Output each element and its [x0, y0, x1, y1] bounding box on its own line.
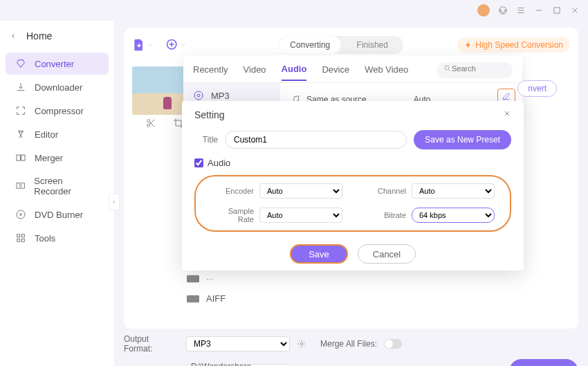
- svg-rect-12: [17, 235, 20, 237]
- svg-rect-26: [187, 295, 199, 302]
- audio-label: Audio: [208, 158, 230, 168]
- search-icon: [443, 64, 452, 73]
- sidebar-item-label: Compressor: [35, 106, 84, 116]
- file-location-row: File Location: D:\Wondershare UniConvert…: [124, 359, 578, 366]
- editor-icon: [15, 129, 26, 140]
- sidebar-item-label: Converter: [35, 59, 74, 69]
- svg-rect-14: [17, 239, 20, 241]
- output-format-label: Output Format:: [124, 334, 179, 354]
- svg-point-11: [20, 214, 22, 216]
- output-format-row: Output Format: MP3 Merge All Files:: [124, 334, 578, 354]
- support-icon[interactable]: [498, 6, 508, 15]
- encoder-label: Encoder: [211, 187, 254, 195]
- add-url-button[interactable]: [165, 38, 186, 52]
- converter-icon: [15, 58, 26, 69]
- chevron-left-icon: [10, 33, 17, 39]
- svg-point-1: [499, 10, 501, 11]
- svg-point-9: [19, 184, 22, 187]
- compress-icon: [15, 105, 26, 116]
- svg-rect-6: [17, 155, 20, 161]
- merger-icon: [15, 152, 26, 163]
- aac-icon: [187, 274, 199, 284]
- title-input[interactable]: [225, 131, 407, 149]
- merge-toggle[interactable]: [384, 339, 402, 349]
- encoder-select[interactable]: Auto: [259, 183, 342, 199]
- search-input[interactable]: [452, 64, 500, 73]
- svg-point-4: [19, 131, 21, 133]
- output-format-select[interactable]: MP3: [186, 336, 290, 351]
- close-dialog-icon[interactable]: [503, 109, 511, 118]
- format-search[interactable]: [437, 62, 513, 78]
- aiff-icon: [187, 294, 199, 304]
- svg-rect-8: [17, 183, 24, 189]
- svg-point-21: [194, 91, 203, 100]
- samplerate-label: Sample Rate: [211, 207, 254, 223]
- sidebar-item-label: Tools: [35, 233, 55, 244]
- svg-point-2: [504, 10, 506, 11]
- high-speed-badge[interactable]: High Speed Conversion: [457, 37, 570, 53]
- samplerate-select[interactable]: Auto: [259, 208, 342, 223]
- svg-point-5: [21, 131, 24, 133]
- maximize-icon[interactable]: [552, 6, 562, 15]
- sidebar-item-label: DVD Burner: [35, 210, 83, 220]
- trim-icon[interactable]: [145, 118, 156, 129]
- fp-tab-device[interactable]: Device: [322, 64, 349, 80]
- setting-dialog: Setting Title Save as New Preset Audio E…: [182, 101, 524, 271]
- sidebar-item-editor[interactable]: Editor: [6, 123, 109, 145]
- fp-tab-video[interactable]: Video: [244, 64, 266, 80]
- tab-converting[interactable]: Converting: [279, 36, 341, 54]
- back-home[interactable]: Home: [0, 25, 114, 51]
- convert-button-partial[interactable]: nvert: [517, 80, 557, 97]
- svg-point-22: [197, 94, 200, 97]
- channel-label: Channel: [363, 187, 406, 195]
- start-all-button[interactable]: Start All: [509, 359, 578, 366]
- fp-tab-audio[interactable]: Audio: [282, 64, 307, 81]
- fp-tab-recently[interactable]: Recently: [193, 64, 228, 80]
- sidebar-item-merger[interactable]: Merger: [6, 147, 109, 169]
- sidebar-item-label: Editor: [35, 129, 58, 140]
- menu-icon[interactable]: [516, 6, 526, 15]
- svg-rect-7: [21, 155, 25, 161]
- download-icon: [15, 82, 26, 93]
- edit-icon: [502, 91, 511, 101]
- home-label: Home: [26, 30, 52, 42]
- settings-icon[interactable]: [297, 339, 306, 349]
- audio-settings-group: Encoder Auto Channel Auto Sample Rate Au…: [194, 175, 511, 232]
- svg-point-20: [445, 66, 449, 70]
- svg-rect-15: [21, 239, 24, 241]
- title-label: Title: [194, 135, 218, 145]
- sidebar-item-converter[interactable]: Converter: [6, 53, 109, 75]
- bolt-icon: [464, 41, 472, 49]
- dialog-title: Setting: [194, 109, 225, 120]
- save-preset-button[interactable]: Save as New Preset: [414, 130, 511, 149]
- bitrate-select[interactable]: 64 kbps: [412, 208, 495, 223]
- minimize-icon[interactable]: [534, 6, 544, 15]
- sidebar-item-tools[interactable]: Tools: [6, 227, 109, 249]
- disc-icon: [15, 209, 26, 220]
- sidebar-item-compressor[interactable]: Compressor: [6, 100, 109, 122]
- tab-finished[interactable]: Finished: [341, 36, 403, 54]
- svg-rect-25: [187, 275, 199, 282]
- sidebar-item-label: Downloader: [35, 82, 82, 93]
- svg-point-17: [300, 342, 303, 345]
- format-aiff[interactable]: AIFF: [187, 293, 226, 304]
- channel-select[interactable]: Auto: [412, 183, 495, 199]
- sidebar-item-screen-recorder[interactable]: Screen Recorder: [6, 170, 109, 202]
- add-url-icon: [165, 38, 179, 52]
- avatar[interactable]: [477, 4, 490, 17]
- sidebar-item-downloader[interactable]: Downloader: [6, 76, 109, 98]
- sidebar: Home Converter Downloader Compressor Edi…: [0, 21, 114, 366]
- cancel-button[interactable]: Cancel: [358, 244, 416, 264]
- save-button[interactable]: Save: [290, 244, 348, 264]
- fp-tab-webvideo[interactable]: Web Video: [365, 64, 408, 80]
- close-icon[interactable]: [570, 6, 580, 15]
- audio-checkbox[interactable]: [194, 158, 203, 167]
- format-aac-partial[interactable]: ···: [187, 273, 226, 284]
- merge-label: Merge All Files:: [320, 339, 377, 349]
- sidebar-item-label: Screen Recorder: [34, 176, 99, 196]
- add-file-button[interactable]: [132, 38, 153, 52]
- sidebar-item-dvd-burner[interactable]: DVD Burner: [6, 203, 109, 226]
- svg-rect-3: [554, 8, 560, 13]
- sidebar-item-label: Merger: [35, 153, 63, 163]
- status-segment: Converting Finished: [279, 36, 403, 54]
